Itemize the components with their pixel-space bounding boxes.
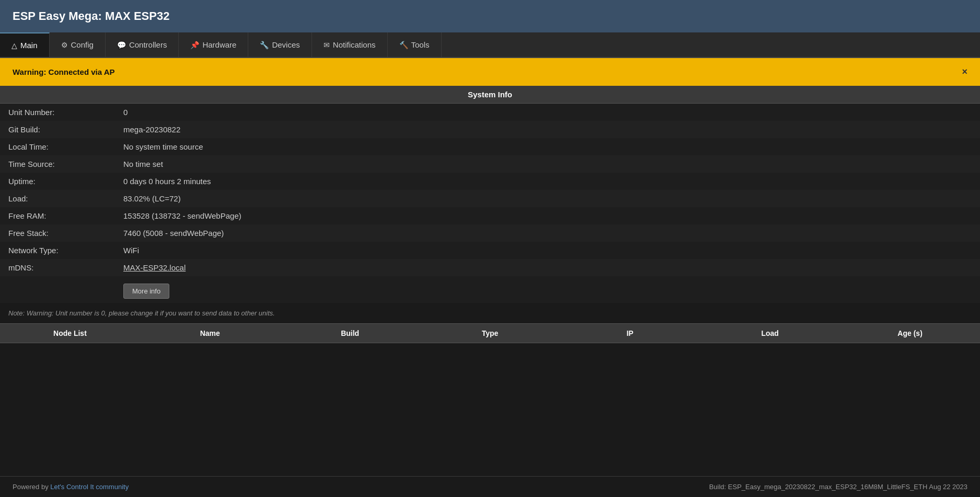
notifications-nav-icon: ✉ [324,41,330,49]
system-info-label: Load: [0,190,115,207]
node-list-col-node-list: Node List [0,324,140,343]
system-info-header: System Info [0,86,980,104]
devices-nav-icon: 🔧 [260,41,269,49]
node-list-col-build: Build [280,324,420,343]
warning-text: Warning: Connected via AP [13,67,115,76]
controllers-nav-icon: 💬 [117,41,126,49]
main-nav-icon: △ [11,41,17,50]
system-info-value: 0 [115,104,980,121]
system-info-section: System Info Unit Number:0Git Build:mega-… [0,86,980,303]
system-info-row: Load:83.02% (LC=72) [0,190,980,207]
more-info-cell: More info [115,276,980,303]
powered-by-prefix: Powered by [13,483,50,491]
nav-tab-tools[interactable]: 🔨Tools [388,32,442,57]
system-info-value: mega-20230822 [115,121,980,138]
more-info-button[interactable]: More info [123,284,169,299]
system-info-label: Time Source: [0,155,115,173]
system-info-label: Uptime: [0,173,115,190]
nav-tab-notifications[interactable]: ✉Notifications [312,32,388,57]
system-info-value: 7460 (5008 - sendWebPage) [115,224,980,242]
config-nav-icon: ⚙ [61,41,68,49]
node-list-col-name: Name [140,324,280,343]
system-info-tbody: Unit Number:0Git Build:mega-20230822Loca… [0,104,980,303]
node-list-col-ip: IP [560,324,700,343]
system-info-row: Uptime:0 days 0 hours 2 minutes [0,173,980,190]
system-info-value: No system time source [115,138,980,155]
system-info-table: Unit Number:0Git Build:mega-20230822Loca… [0,104,980,303]
footer: Powered by Let's Control It community Bu… [0,476,980,497]
system-info-label: mDNS: [0,259,115,276]
system-info-row: Free RAM:153528 (138732 - sendWebPage) [0,207,980,224]
app-header: ESP Easy Mega: MAX ESP32 [0,0,980,32]
nav-tab-hardware[interactable]: 📌Hardware [179,32,248,57]
system-info-value: 83.02% (LC=72) [115,190,980,207]
system-info-value: No time set [115,155,980,173]
more-info-row: More info [0,276,980,303]
nav-tab-main[interactable]: △Main [0,32,50,57]
system-info-label: Git Build: [0,121,115,138]
system-info-label: Free RAM: [0,207,115,224]
controllers-nav-label: Controllers [129,40,167,49]
footer-right: Build: ESP_Easy_mega_20230822_max_ESP32_… [709,483,967,491]
tools-nav-icon: 🔨 [399,41,408,49]
main-nav-label: Main [20,41,38,50]
app-title: ESP Easy Mega: MAX ESP32 [13,9,169,22]
node-list-col-load: Load [700,324,840,343]
node-list-section: Node ListNameBuildTypeIPLoadAge (s) [0,323,980,343]
system-info-label: Free Stack: [0,224,115,242]
node-list-header-row: Node ListNameBuildTypeIPLoadAge (s) [0,323,980,343]
hardware-nav-label: Hardware [202,40,236,49]
note-section: Note: Warning: Unit number is 0, please … [0,303,980,323]
node-list-col-age--s-: Age (s) [840,324,980,343]
hardware-nav-icon: 📌 [190,41,199,49]
note-text: Note: Warning: Unit number is 0, please … [8,309,275,317]
warning-banner: Warning: Connected via AP × [0,58,980,86]
nav-tab-controllers[interactable]: 💬Controllers [106,32,179,57]
system-info-row: mDNS:MAX-ESP32.local [0,259,980,276]
powered-by-link[interactable]: Let's Control It community [50,483,129,491]
config-nav-label: Config [71,40,94,49]
notifications-nav-label: Notifications [333,40,376,49]
system-info-value: 0 days 0 hours 2 minutes [115,173,980,190]
node-list-col-type: Type [420,324,560,343]
devices-nav-label: Devices [272,40,299,49]
system-info-label: Network Type: [0,242,115,259]
system-info-label: Unit Number: [0,104,115,121]
system-info-value[interactable]: MAX-ESP32.local [115,259,980,276]
tools-nav-label: Tools [411,40,430,49]
system-info-row: Time Source:No time set [0,155,980,173]
system-info-value: 153528 (138732 - sendWebPage) [115,207,980,224]
system-info-row: Free Stack:7460 (5008 - sendWebPage) [0,224,980,242]
more-info-label-cell [0,276,115,303]
main-content: System Info Unit Number:0Git Build:mega-… [0,86,980,343]
system-info-row: Git Build:mega-20230822 [0,121,980,138]
footer-left: Powered by Let's Control It community [13,483,129,491]
nav-tab-config[interactable]: ⚙Config [50,32,106,57]
system-info-value: WiFi [115,242,980,259]
system-info-row: Unit Number:0 [0,104,980,121]
warning-close-button[interactable]: × [962,66,967,77]
system-info-row: Local Time:No system time source [0,138,980,155]
system-info-label: Local Time: [0,138,115,155]
system-info-row: Network Type:WiFi [0,242,980,259]
nav-tab-devices[interactable]: 🔧Devices [248,32,312,57]
nav-bar: △Main⚙Config💬Controllers📌Hardware🔧Device… [0,32,980,58]
